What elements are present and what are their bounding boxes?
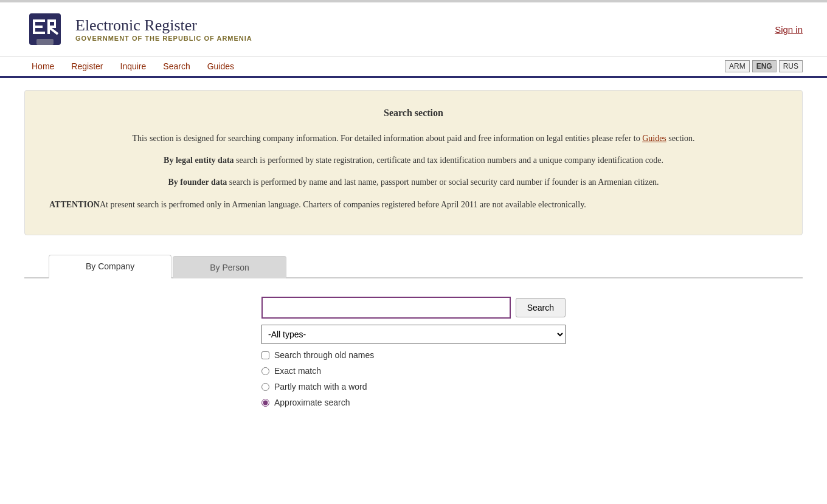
- exact-match-label: Exact match: [274, 366, 321, 376]
- logo-area: Electronic Register GOVERNMENT OF THE RE…: [24, 9, 252, 50]
- partly-match-radio[interactable]: [261, 383, 269, 391]
- lang-rus[interactable]: RUS: [779, 60, 803, 72]
- search-input[interactable]: [261, 297, 511, 319]
- tabs-row: By Company By Person: [24, 254, 803, 278]
- nav-inquire[interactable]: Inquire: [113, 57, 154, 76]
- old-names-option[interactable]: Search through old names: [261, 350, 566, 360]
- legal-entity-info: By legal entity data search is performed…: [49, 154, 778, 167]
- lang-arm[interactable]: ARM: [725, 60, 750, 72]
- partly-match-option[interactable]: Partly match with a word: [261, 382, 566, 392]
- svg-rect-9: [54, 19, 56, 28]
- partly-match-label: Partly match with a word: [274, 382, 367, 392]
- svg-rect-5: [33, 19, 35, 34]
- approximate-search-radio[interactable]: [261, 399, 269, 407]
- nav-register[interactable]: Register: [64, 57, 110, 76]
- guides-link[interactable]: Guides: [642, 134, 666, 143]
- exact-match-option[interactable]: Exact match: [261, 366, 566, 376]
- nav-lang: ARM ENG RUS: [725, 60, 803, 72]
- type-select[interactable]: -All types- LLC CJSC OJSC NGO Foundation: [261, 325, 566, 344]
- exact-match-radio[interactable]: [261, 367, 269, 375]
- nav-search[interactable]: Search: [156, 57, 197, 76]
- header: Electronic Register GOVERNMENT OF THE RE…: [0, 2, 827, 57]
- nav-bar: Home Register Inquire Search Guides ARM …: [0, 57, 827, 78]
- old-names-label: Search through old names: [274, 350, 374, 360]
- tab-by-company[interactable]: By Company: [49, 255, 171, 278]
- approximate-search-option[interactable]: Approximate search: [261, 398, 566, 407]
- search-form-container: Search -All types- LLC CJSC OJSC NGO Fou…: [24, 278, 803, 426]
- logo-icon: [24, 9, 66, 50]
- logo-title: Electronic Register: [75, 16, 252, 35]
- logo-text: Electronic Register GOVERNMENT OF THE RE…: [75, 16, 252, 42]
- attention-text: ATTENTIONAt present search is perfromed …: [49, 198, 778, 212]
- old-names-checkbox[interactable]: [261, 351, 269, 359]
- info-box-description: This section is designed for searching c…: [49, 132, 778, 145]
- main-content: Search section This section is designed …: [0, 78, 827, 438]
- nav-home[interactable]: Home: [24, 57, 61, 76]
- info-box-title: Search section: [49, 105, 778, 121]
- approximate-search-label: Approximate search: [274, 398, 350, 407]
- sign-in-link[interactable]: Sign in: [775, 24, 803, 35]
- nav-links: Home Register Inquire Search Guides: [24, 57, 241, 76]
- tabs-container: By Company By Person: [24, 254, 803, 278]
- founder-info: By founder data search is performed by n…: [49, 176, 778, 189]
- tab-by-person[interactable]: By Person: [173, 256, 286, 278]
- svg-rect-11: [36, 39, 54, 45]
- lang-eng[interactable]: ENG: [752, 60, 777, 72]
- nav-guides[interactable]: Guides: [200, 57, 241, 76]
- search-button[interactable]: Search: [516, 298, 566, 317]
- logo-subtitle: GOVERNMENT OF THE REPUBLIC OF ARMENIA: [75, 35, 252, 42]
- info-box: Search section This section is designed …: [24, 90, 803, 235]
- search-form: Search -All types- LLC CJSC OJSC NGO Fou…: [261, 297, 566, 407]
- search-row: Search: [261, 297, 566, 319]
